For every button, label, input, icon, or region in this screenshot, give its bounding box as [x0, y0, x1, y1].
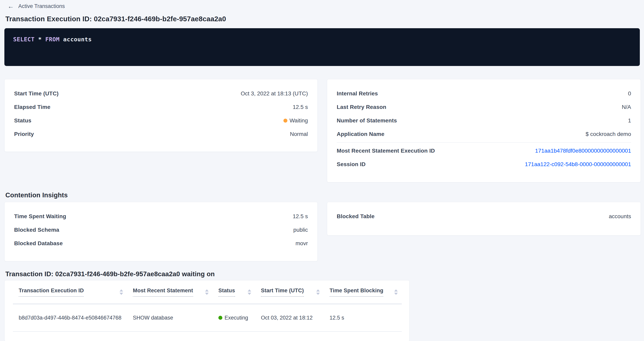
sort-icon[interactable] [316, 289, 320, 295]
sql-star: * [38, 36, 42, 43]
cell-status-text: Executing [224, 315, 248, 321]
contention-insights-heading: Contention Insights [5, 191, 641, 199]
back-link-label: Active Transactions [18, 3, 65, 9]
blocked-table-card: Blocked Table accounts [327, 202, 641, 236]
time-spent-waiting-value: 12.5 s [293, 213, 308, 220]
sort-icon[interactable] [248, 289, 251, 295]
status-label: Status [14, 117, 32, 124]
number-of-statements-row: Number of Statements 1 [337, 114, 631, 127]
most-recent-statement-execution-id-link[interactable]: 171aa1b478fdf0e80000000000000001 [535, 148, 631, 154]
time-spent-waiting-label: Time Spent Waiting [14, 213, 66, 220]
internal-retries-value: 0 [628, 90, 631, 97]
column-header-time-spent-blocking[interactable]: Time Spent Blocking [324, 288, 402, 297]
page-title: Transaction Execution ID: 02ca7931-f246-… [5, 15, 641, 23]
application-name-label: Application Name [337, 131, 384, 137]
column-header-status[interactable]: Status [212, 288, 255, 297]
cell-most-recent-statement: SHOW database [127, 315, 212, 321]
cell-transaction-execution-id: b8d7d03a-d497-446b-8474-e50846674768 [13, 315, 127, 321]
contention-section: Time Spent Waiting 12.5 s Blocked Schema… [4, 202, 641, 261]
transaction-summary-card: Start Time (UTC) Oct 3, 2022 at 18:13 (U… [4, 79, 318, 152]
start-time-row: Start Time (UTC) Oct 3, 2022 at 18:13 (U… [14, 87, 308, 100]
application-name-row: Application Name $ cockroach demo [337, 127, 631, 141]
column-header-start-time[interactable]: Start Time (UTC) [255, 288, 324, 297]
start-time-value: Oct 3, 2022 at 18:13 (UTC) [241, 90, 308, 97]
blocked-database-value: movr [296, 240, 308, 247]
sql-statement-box: SELECT * FROM accounts [4, 28, 640, 66]
sql-table-name: accounts [63, 36, 92, 43]
table-header-row: Transaction Execution ID Most Recent Sta… [13, 280, 402, 304]
sql-keyword-from: FROM [45, 36, 60, 43]
back-link[interactable]: ← Active Transactions [8, 3, 65, 9]
sql-statement: SELECT * FROM accounts [13, 36, 92, 43]
most-recent-statement-execution-id-label: Most Recent Statement Execution ID [337, 148, 435, 154]
elapsed-time-row: Elapsed Time 12.5 s [14, 100, 308, 114]
blocked-database-label: Blocked Database [14, 240, 63, 247]
status-row: Status Waiting [14, 114, 308, 127]
session-id-link[interactable]: 171aa122-c092-54b8-0000-000000000001 [525, 161, 631, 168]
sql-keyword-select: SELECT [13, 36, 34, 43]
cell-start-time: Oct 03, 2022 at 18:12 [255, 315, 324, 321]
last-retry-reason-label: Last Retry Reason [337, 104, 386, 110]
cell-status: Executing [212, 315, 255, 321]
priority-value: Normal [290, 131, 308, 137]
priority-label: Priority [14, 131, 34, 137]
last-retry-reason-row: Last Retry Reason N/A [337, 100, 631, 114]
blocked-table-row: Blocked Table accounts [337, 210, 631, 223]
contention-details-card: Time Spent Waiting 12.5 s Blocked Schema… [4, 202, 318, 261]
most-recent-statement-execution-id-row: Most Recent Statement Execution ID 171aa… [337, 144, 631, 158]
status-text: Waiting [290, 117, 308, 124]
sort-icon[interactable] [120, 289, 123, 295]
transaction-details-page: ← Active Transactions Transaction Execut… [0, 0, 644, 341]
blocked-database-row: Blocked Database movr [14, 237, 308, 250]
column-header-transaction-execution-id[interactable]: Transaction Execution ID [13, 288, 127, 297]
status-executing-dot [218, 316, 222, 320]
session-id-row: Session ID 171aa122-c092-54b8-0000-00000… [337, 158, 631, 171]
cell-time-spent-blocking: 12.5 s [324, 315, 402, 321]
status-waiting-dot [284, 119, 288, 123]
internal-retries-row: Internal Retries 0 [337, 87, 631, 100]
blocked-schema-label: Blocked Schema [14, 227, 59, 233]
waiting-on-table: Transaction Execution ID Most Recent Sta… [13, 280, 402, 332]
number-of-statements-label: Number of Statements [337, 117, 397, 124]
status-value: Waiting [284, 117, 308, 124]
last-retry-reason-value: N/A [622, 104, 631, 110]
blocked-schema-value: public [293, 227, 308, 233]
summary-section: Start Time (UTC) Oct 3, 2022 at 18:13 (U… [4, 79, 641, 182]
sort-icon[interactable] [394, 289, 398, 295]
elapsed-time-label: Elapsed Time [14, 104, 50, 110]
number-of-statements-value: 1 [628, 117, 631, 124]
internal-retries-label: Internal Retries [337, 90, 378, 97]
card-divider [337, 142, 631, 143]
table-row: b8d7d03a-d497-446b-8474-e50846674768 SHO… [13, 304, 402, 332]
blocked-table-label: Blocked Table [337, 213, 374, 220]
time-spent-waiting-row: Time Spent Waiting 12.5 s [14, 210, 308, 223]
application-name-value: $ cockroach demo [586, 131, 631, 137]
session-id-label: Session ID [337, 161, 366, 168]
transaction-details-card: Internal Retries 0 Last Retry Reason N/A… [327, 79, 641, 182]
blocked-table-value: accounts [609, 213, 631, 220]
sort-icon[interactable] [205, 289, 209, 295]
left-arrow-icon: ← [8, 3, 14, 9]
elapsed-time-value: 12.5 s [293, 104, 308, 110]
priority-row: Priority Normal [14, 127, 308, 141]
start-time-label: Start Time (UTC) [14, 90, 59, 97]
blocked-schema-row: Blocked Schema public [14, 223, 308, 237]
waiting-on-table-card: Transaction Execution ID Most Recent Sta… [4, 280, 410, 341]
waiting-on-heading: Transaction ID: 02ca7931-f246-469b-b2fe-… [5, 270, 641, 278]
column-header-most-recent-statement[interactable]: Most Recent Statement [127, 288, 212, 297]
